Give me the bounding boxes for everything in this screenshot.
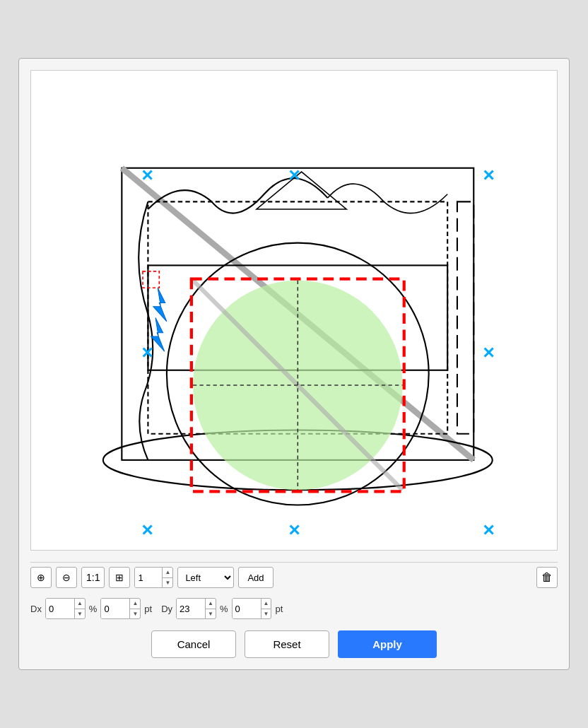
canvas-area: ✕ ✕ ✕ ✕ ✕ ✕ ✕ ✕ bbox=[30, 70, 558, 551]
zoom-in-button[interactable]: ⊕ bbox=[30, 567, 52, 588]
cancel-button[interactable]: Cancel bbox=[151, 630, 236, 658]
trash-button[interactable]: 🗑 bbox=[536, 567, 558, 588]
page-down-arrow[interactable]: ▼ bbox=[163, 578, 172, 588]
dx-down[interactable]: ▼ bbox=[75, 609, 85, 619]
svg-rect-12 bbox=[143, 271, 159, 288]
dx-pct-input[interactable] bbox=[101, 599, 129, 618]
dy-pct-label: % bbox=[220, 604, 228, 614]
handle-bc[interactable]: ✕ bbox=[288, 523, 300, 539]
dx-pt-label: pt bbox=[144, 604, 152, 614]
handle-mr[interactable]: ✕ bbox=[482, 346, 495, 361]
dy-input[interactable] bbox=[177, 599, 205, 618]
dy-pct-spinbox[interactable]: ▲ ▼ bbox=[232, 598, 272, 619]
toolbar: ⊕ ⊖ 1:1 ⊞ ▲ ▼ Left Center Right Add 🗑 bbox=[30, 562, 558, 592]
params-row: Dx ▲ ▼ % ▲ ▼ pt Dy ▲ ▼ % bbox=[30, 592, 558, 625]
handle-tr[interactable]: ✕ bbox=[482, 168, 495, 184]
handle-ml[interactable]: ✕ bbox=[141, 346, 153, 361]
page-spinbox[interactable]: ▲ ▼ bbox=[134, 567, 173, 588]
ratio-button[interactable]: 1:1 bbox=[81, 567, 105, 588]
dy-pct-up[interactable]: ▲ bbox=[261, 599, 271, 609]
add-button[interactable]: Add bbox=[238, 567, 273, 588]
dy-pct-down[interactable]: ▼ bbox=[261, 609, 271, 619]
dy-up[interactable]: ▲ bbox=[206, 599, 216, 609]
dx-spinbox[interactable]: ▲ ▼ bbox=[45, 598, 86, 619]
dy-label: Dy bbox=[161, 604, 172, 614]
apply-button[interactable]: Apply bbox=[338, 630, 437, 658]
dx-label: Dx bbox=[30, 604, 42, 614]
page-up-arrow[interactable]: ▲ bbox=[163, 568, 172, 578]
align-select[interactable]: Left Center Right bbox=[177, 567, 234, 588]
fit-button[interactable]: ⊞ bbox=[109, 567, 130, 588]
dy-down[interactable]: ▼ bbox=[206, 609, 216, 619]
dy-pct-input[interactable] bbox=[233, 599, 261, 618]
dx-pct-up[interactable]: ▲ bbox=[130, 599, 140, 609]
svg-marker-13 bbox=[153, 288, 167, 322]
handle-tl[interactable]: ✕ bbox=[141, 168, 153, 184]
buttons-row: Cancel Reset Apply bbox=[30, 625, 558, 658]
page-input[interactable] bbox=[135, 568, 162, 587]
canvas-svg bbox=[31, 71, 557, 550]
handle-bl[interactable]: ✕ bbox=[141, 523, 153, 539]
reset-button[interactable]: Reset bbox=[245, 630, 329, 658]
dx-up[interactable]: ▲ bbox=[75, 599, 85, 609]
trash-icon: 🗑 bbox=[541, 571, 553, 584]
dy-pt-label: pt bbox=[275, 604, 283, 614]
dy-spinbox[interactable]: ▲ ▼ bbox=[176, 598, 216, 619]
dx-pct-label: % bbox=[89, 604, 98, 614]
zoom-out-button[interactable]: ⊖ bbox=[56, 567, 77, 588]
dialog: ✕ ✕ ✕ ✕ ✕ ✕ ✕ ✕ bbox=[18, 58, 570, 670]
svg-rect-11 bbox=[457, 201, 474, 433]
dx-input[interactable] bbox=[46, 599, 74, 618]
dx-pct-spinbox[interactable]: ▲ ▼ bbox=[100, 598, 141, 619]
handle-br[interactable]: ✕ bbox=[482, 523, 495, 539]
handle-tc[interactable]: ✕ bbox=[288, 168, 300, 184]
dx-pct-down[interactable]: ▼ bbox=[130, 609, 140, 619]
